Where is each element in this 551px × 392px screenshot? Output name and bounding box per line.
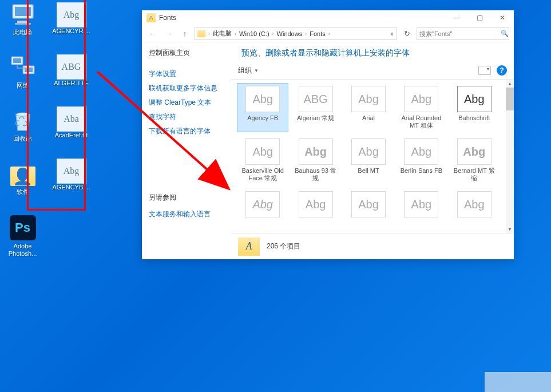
software-folder-item[interactable]: 👤 软件 bbox=[1, 161, 44, 197]
font-file-label: ALGER.TTF bbox=[54, 80, 89, 87]
window-title: Fonts bbox=[159, 14, 445, 22]
font-preview: Abg bbox=[351, 191, 386, 217]
view-button[interactable] bbox=[478, 66, 491, 75]
status-icon: A bbox=[238, 237, 260, 256]
photoshop-item[interactable]: Ps Adobe Photosh... bbox=[1, 214, 44, 259]
organize-button[interactable]: 组织▼ bbox=[238, 66, 259, 76]
font-name: Algerian 常规 bbox=[297, 114, 334, 129]
font-item[interactable]: Abg Arial bbox=[343, 83, 394, 132]
font-preview: Abg bbox=[457, 86, 491, 112]
crumb-windows[interactable]: Windows bbox=[275, 30, 304, 38]
refresh-button[interactable]: ↻ bbox=[401, 27, 413, 40]
fonts-folder-icon: A bbox=[146, 13, 156, 22]
font-preview: ABG bbox=[299, 86, 333, 112]
up-button[interactable]: ↑ bbox=[179, 27, 191, 40]
svg-rect-2 bbox=[17, 21, 29, 23]
font-item[interactable]: Abg bbox=[237, 188, 288, 233]
scroll-thumb[interactable] bbox=[506, 88, 514, 110]
font-name: Bell MT bbox=[358, 167, 379, 182]
title-bar: A Fonts — ▢ ✕ bbox=[142, 10, 514, 25]
font-file-agencyb[interactable]: Abg AGENCYB.... bbox=[50, 157, 93, 192]
crumb-fonts[interactable]: Fonts bbox=[308, 30, 327, 38]
font-preview: Abg bbox=[351, 138, 386, 165]
sidebar-link[interactable]: 联机获取更多字体信息 bbox=[149, 81, 224, 96]
svg-rect-5 bbox=[13, 58, 21, 63]
font-name: Berlin Sans FB bbox=[401, 167, 442, 182]
help-button[interactable]: ? bbox=[497, 65, 507, 76]
font-preview: Abg bbox=[299, 191, 333, 217]
font-file-icon: ABG bbox=[57, 54, 86, 80]
address-dropdown[interactable]: ∨ bbox=[390, 31, 394, 37]
font-item[interactable]: Abg bbox=[395, 188, 447, 233]
font-preview: Abg bbox=[245, 191, 280, 217]
font-name: Agency FB bbox=[247, 114, 278, 129]
font-file-agencyr[interactable]: Abg AGENCYR.... bbox=[50, 1, 93, 36]
sidebar-link[interactable]: 下载所有语言的字体 bbox=[149, 124, 224, 138]
maximize-button[interactable]: ▢ bbox=[468, 10, 491, 25]
main-panel: 预览、删除或者显示和隐藏计算机上安装的字体 组织▼ ? Abg Agency F… bbox=[231, 42, 514, 233]
font-file-acaderef[interactable]: Aba AcadEref.ttf bbox=[50, 105, 93, 140]
svg-point-8 bbox=[16, 113, 30, 116]
back-button[interactable]: ← bbox=[146, 27, 159, 40]
font-item[interactable]: Abg Agency FB bbox=[237, 83, 288, 132]
sidebar-heading: 控制面板主页 bbox=[149, 48, 224, 58]
font-name: Bauhaus 93 常规 bbox=[292, 167, 338, 182]
font-file-alger[interactable]: ABG ALGER.TTF bbox=[50, 53, 93, 88]
this-pc-icon[interactable]: 此电脑 bbox=[1, 1, 44, 37]
font-name: Baskerville Old Face 常规 bbox=[240, 167, 286, 182]
font-file-icon: Abg bbox=[57, 159, 86, 184]
font-preview: Abg bbox=[245, 86, 280, 112]
forward-button[interactable]: → bbox=[162, 27, 175, 40]
font-item[interactable]: Abg Bauhaus 93 常规 bbox=[290, 136, 341, 185]
font-file-icon: Aba bbox=[57, 106, 86, 132]
font-item[interactable]: Abg bbox=[343, 188, 394, 233]
font-preview: Abg bbox=[457, 191, 491, 217]
font-file-icon: Abg bbox=[57, 2, 86, 27]
recycle-bin-icon-item[interactable]: 回收站 bbox=[1, 108, 44, 144]
font-item[interactable]: Abg Baskerville Old Face 常规 bbox=[237, 136, 288, 185]
font-item[interactable]: Abg bbox=[290, 188, 341, 233]
font-name: Arial bbox=[362, 114, 375, 129]
status-text: 206 个项目 bbox=[267, 241, 300, 251]
close-button[interactable]: ✕ bbox=[491, 10, 514, 25]
font-preview: Abg bbox=[404, 191, 438, 217]
font-item[interactable]: ABG Algerian 常规 bbox=[290, 83, 341, 132]
font-name: Bernard MT 紧缩 bbox=[451, 167, 497, 182]
panel-toolbar: 组织▼ ? bbox=[231, 62, 514, 80]
crumb-this-pc[interactable]: 此电脑 bbox=[211, 29, 233, 38]
font-preview: Abg bbox=[457, 138, 491, 165]
font-item[interactable]: Abg bbox=[449, 188, 500, 233]
search-box[interactable]: 🔍 bbox=[417, 27, 509, 40]
crumb-drive[interactable]: Win10 (C:) bbox=[237, 30, 271, 38]
font-item[interactable]: Abg Arial Rounded MT 粗体 bbox=[395, 83, 447, 132]
search-input[interactable] bbox=[419, 30, 498, 37]
network-icon bbox=[9, 56, 37, 80]
font-name: Bahnschrift bbox=[458, 114, 490, 129]
sidebar-link[interactable]: 调整 ClearType 文本 bbox=[149, 96, 224, 110]
font-file-label: AcadEref.ttf bbox=[55, 132, 88, 139]
see-also-heading: 另请参阅 bbox=[149, 193, 224, 203]
font-item[interactable]: Abg Bernard MT 紧缩 bbox=[449, 136, 500, 185]
font-file-label: AGENCYB.... bbox=[52, 184, 90, 191]
font-name: Arial Rounded MT 粗体 bbox=[398, 114, 444, 129]
sidebar-link[interactable]: 文本服务和输入语言 bbox=[149, 207, 224, 221]
minimize-button[interactable]: — bbox=[445, 10, 468, 25]
desktop: 此电脑 网络 回收站 👤 软件 Ps Adobe Photosh... Abg … bbox=[0, 0, 94, 260]
scrollbar[interactable]: ▲ ▼ bbox=[506, 80, 514, 233]
scroll-up-button[interactable]: ▲ bbox=[506, 80, 514, 88]
network-icon-item[interactable]: 网络 bbox=[1, 54, 44, 90]
font-item[interactable]: Abg Bahnschrift bbox=[449, 83, 500, 132]
sidebar-link[interactable]: 字体设置 bbox=[149, 67, 224, 81]
font-item[interactable]: Abg Berlin Sans FB bbox=[395, 136, 447, 185]
status-bar: A 206 个项目 bbox=[231, 233, 514, 259]
font-grid: Abg Agency FBABG Algerian 常规Abg ArialAbg… bbox=[231, 80, 506, 233]
search-icon: 🔍 bbox=[501, 30, 509, 37]
font-preview: Abg bbox=[404, 138, 438, 165]
folder-icon: 👤 bbox=[9, 162, 37, 186]
sidebar-link[interactable]: 查找字符 bbox=[149, 110, 224, 124]
breadcrumb-icon bbox=[197, 30, 205, 37]
scroll-down-button[interactable]: ▼ bbox=[506, 225, 514, 233]
address-bar[interactable]: › 此电脑 › Win10 (C:) › Windows › Fonts › ∨ bbox=[195, 27, 397, 40]
font-preview: Abg bbox=[404, 86, 438, 112]
font-item[interactable]: Abg Bell MT bbox=[343, 136, 394, 185]
